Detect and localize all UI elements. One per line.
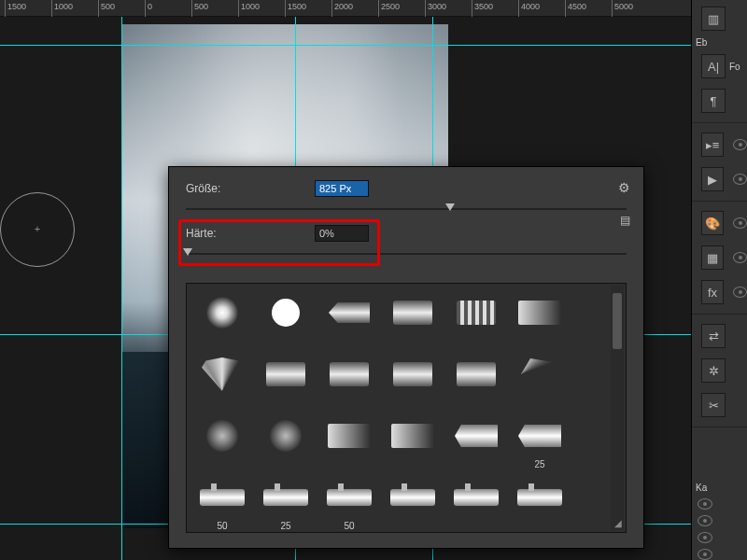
brush-preset[interactable] bbox=[385, 353, 441, 409]
hardness-slider[interactable] bbox=[186, 247, 627, 260]
panel-tab-channels[interactable]: Ka bbox=[696, 483, 707, 493]
brush-preset[interactable] bbox=[258, 414, 314, 470]
brush-preset[interactable] bbox=[512, 291, 568, 347]
brush-preset[interactable] bbox=[448, 476, 504, 532]
visibility-icon[interactable] bbox=[698, 498, 712, 510]
ruler-tick: 500 bbox=[194, 2, 208, 11]
visibility-icon[interactable] bbox=[733, 252, 747, 263]
brush-preset[interactable] bbox=[385, 476, 441, 532]
brushes-icon[interactable]: ✲ bbox=[701, 358, 726, 383]
brush-preset[interactable] bbox=[385, 291, 441, 347]
histogram-icon[interactable]: ▥ bbox=[701, 7, 726, 31]
hardness-label: Härte: bbox=[186, 227, 307, 240]
ruler-tick: 1500 bbox=[288, 2, 306, 11]
right-sidebar: ▥ Eb A|Fo ¶ ▸≡ ▶ 🎨 ▦ fx ⇄ ✲ ✂ Ka bbox=[691, 0, 747, 560]
brush-preset[interactable]: 25 bbox=[258, 476, 314, 532]
brush-preset[interactable]: 50 bbox=[194, 476, 250, 532]
guide-vertical[interactable] bbox=[121, 17, 122, 560]
adjustments-icon[interactable]: ⇄ bbox=[701, 324, 726, 348]
brush-preset-popup: ⚙ ▤ Größe: Härte: bbox=[168, 166, 644, 549]
panel-tab-layers[interactable]: Eb bbox=[696, 37, 707, 48]
brush-cursor-icon bbox=[0, 192, 75, 267]
hardness-row: Härte: bbox=[186, 225, 627, 242]
brush-preset[interactable] bbox=[321, 291, 377, 347]
ruler-tick: 2500 bbox=[381, 2, 400, 11]
ruler-tick: 0 bbox=[148, 2, 152, 11]
guide-horizontal[interactable] bbox=[0, 45, 691, 46]
size-label: Größe: bbox=[186, 182, 307, 195]
ruler-tick: 4000 bbox=[521, 2, 540, 11]
resize-grip-icon[interactable]: ◢ bbox=[614, 518, 622, 528]
character-icon[interactable]: A| bbox=[701, 54, 726, 78]
ruler-tick: 1500 bbox=[7, 2, 26, 11]
styles-icon[interactable]: fx bbox=[701, 280, 724, 304]
brush-preset[interactable] bbox=[512, 476, 568, 532]
brush-preset[interactable] bbox=[448, 353, 504, 409]
brush-preset[interactable] bbox=[512, 353, 568, 409]
ruler-tick: 1000 bbox=[241, 2, 260, 11]
presets-scrollbar[interactable] bbox=[611, 286, 624, 530]
preset-row bbox=[194, 291, 601, 347]
brush-preset[interactable]: 50 bbox=[321, 476, 377, 532]
visibility-icon[interactable] bbox=[733, 139, 747, 150]
visibility-icon[interactable] bbox=[733, 217, 747, 229]
ruler-tick: 500 bbox=[101, 2, 115, 11]
brush-preset[interactable] bbox=[258, 353, 314, 409]
visibility-icon[interactable] bbox=[698, 532, 712, 543]
color-icon[interactable]: 🎨 bbox=[701, 211, 724, 235]
ruler-tick: 1000 bbox=[54, 2, 73, 11]
visibility-icon[interactable] bbox=[733, 174, 747, 185]
preset-row bbox=[194, 353, 601, 409]
horizontal-ruler: 1500 1000 500 0 500 1000 1500 2000 2500 … bbox=[0, 0, 691, 17]
visibility-icon[interactable] bbox=[698, 515, 712, 526]
ruler-tick: 5000 bbox=[614, 2, 633, 11]
ruler-tick: 2000 bbox=[334, 2, 353, 11]
size-input[interactable] bbox=[315, 180, 369, 197]
brush-preset[interactable] bbox=[194, 291, 250, 347]
size-row: Größe: bbox=[186, 180, 627, 197]
ruler-tick: 3500 bbox=[474, 2, 493, 11]
brush-preset[interactable] bbox=[194, 414, 250, 470]
visibility-icon[interactable] bbox=[733, 287, 747, 298]
preset-row: 50 25 50 bbox=[194, 476, 601, 532]
brush-presets-grid: 25 50 25 50 ◢ bbox=[186, 283, 627, 533]
brush-preset[interactable] bbox=[448, 291, 504, 347]
size-slider[interactable] bbox=[186, 203, 627, 216]
brush-preset[interactable] bbox=[258, 291, 314, 347]
brush-preset[interactable] bbox=[385, 414, 441, 470]
hardness-input[interactable] bbox=[315, 225, 369, 242]
preset-row: 25 bbox=[194, 414, 601, 470]
ruler-tick: 3000 bbox=[428, 2, 446, 11]
actions-icon[interactable]: ▸≡ bbox=[701, 133, 724, 157]
brush-preset[interactable] bbox=[194, 353, 250, 409]
brush-preset[interactable]: 25 bbox=[512, 414, 568, 470]
clone-source-icon[interactable]: ✂ bbox=[701, 393, 726, 417]
brush-preset[interactable] bbox=[321, 414, 377, 470]
brush-preset[interactable] bbox=[321, 353, 377, 409]
brush-preset[interactable] bbox=[448, 414, 504, 470]
ruler-tick: 4500 bbox=[568, 2, 586, 11]
play-icon[interactable]: ▶ bbox=[701, 167, 724, 191]
paragraph-icon[interactable]: ¶ bbox=[701, 89, 726, 113]
swatches-icon[interactable]: ▦ bbox=[701, 245, 724, 270]
visibility-icon[interactable] bbox=[698, 549, 712, 560]
gear-icon[interactable]: ⚙ bbox=[618, 180, 630, 195]
